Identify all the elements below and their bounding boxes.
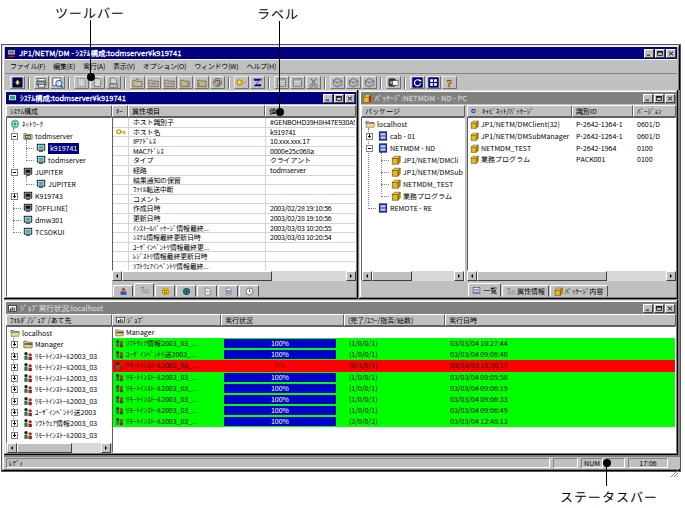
scroll-thumb[interactable] xyxy=(372,271,412,281)
toolbar-button-tb-folder-go2[interactable] xyxy=(194,76,209,89)
toolbar-button-tb-print[interactable] xyxy=(34,76,49,89)
scroll-right-button[interactable] xyxy=(346,271,356,281)
job-row[interactable]: ﾕｰｻﾞｲﾝﾍﾞﾝﾄﾘ送2003_...100%(1/0/0/1)03/03/0… xyxy=(113,349,675,360)
toolbar-button-tb-grid[interactable] xyxy=(426,76,441,89)
system-config-titlebar[interactable]: ｼｽﾃﾑ構成:todmserver¥k919741 xyxy=(6,92,356,104)
attribute-row[interactable]: 更新日時2003/02/28 19:10:56 xyxy=(113,214,355,224)
system-config-tree-item[interactable]: TCSOKUI xyxy=(7,227,111,239)
package-titlebar[interactable]: ﾊﾟｯｹｰｼﾞ:NETMDM - ND - PC xyxy=(361,92,676,104)
scroll-thumb[interactable] xyxy=(17,443,72,453)
tree-expand-plus-box[interactable] xyxy=(11,353,18,360)
tree-expand-plus-box[interactable] xyxy=(11,420,18,427)
system-config-tab-4[interactable] xyxy=(197,285,217,297)
tree-expand-plus-box[interactable] xyxy=(11,386,18,393)
job-row[interactable]: ﾘﾓｰﾄｲﾝｽﾄｰﾙ2003_03_...100%(1/0/0/1)03/03/… xyxy=(113,372,675,383)
main-titlebar[interactable]: JP1/NETM/DM - ｼｽﾃﾑ構成:todmserver¥k919741 xyxy=(5,47,677,59)
toolbar-button-tb-winlist[interactable] xyxy=(274,76,289,89)
package-maximize-button[interactable] xyxy=(654,94,664,103)
scroll-track[interactable] xyxy=(607,271,666,281)
package-tree-item[interactable]: REMOTE - RE xyxy=(362,203,464,215)
package-tab-1[interactable]: 属性情報 xyxy=(502,285,549,297)
tree-expand-plus-box[interactable] xyxy=(11,341,18,348)
job-row[interactable]: Manager xyxy=(113,327,675,338)
scroll-track[interactable] xyxy=(272,271,346,281)
job-status-maximize-button[interactable] xyxy=(654,304,664,313)
tree-expand-plus-box[interactable] xyxy=(11,193,18,200)
system-config-tree-item[interactable]: k919741 xyxy=(7,143,111,155)
tree-expand-minus-box[interactable] xyxy=(366,145,373,152)
attribute-row[interactable]: ﾕｰｻﾞｲﾝﾍﾞﾝﾄﾘ情報最終更... xyxy=(113,243,355,253)
attribute-table-hscrollbar[interactable] xyxy=(112,271,356,281)
toolbar-button-tb-folder-up[interactable] xyxy=(130,76,145,89)
toolbar-button-tb-folder-in2[interactable] xyxy=(162,76,177,89)
toolbar-button-tb-preview[interactable] xyxy=(50,76,65,89)
package-tab-2[interactable]: ﾊﾟｯｹｰｼﾞ内容 xyxy=(550,285,608,297)
attribute-row[interactable]: ﾚｼﾞｽﾄﾘ情報最終更新日時 xyxy=(113,252,355,262)
scroll-right-button[interactable] xyxy=(101,443,111,453)
menu-item-3[interactable]: 表示(V) xyxy=(110,59,138,73)
package-tree-hscrollbar[interactable] xyxy=(362,271,464,281)
attribute-row[interactable]: ｿﾌﾄｳｪｱｲﾝﾍﾞﾝﾄﾘ情報最終... xyxy=(113,262,355,271)
toolbar-button-tb-cube2[interactable] xyxy=(346,76,361,89)
scroll-left-button[interactable] xyxy=(362,271,372,281)
system-config-minimize-button[interactable] xyxy=(323,94,333,103)
toolbar-button-tb-z[interactable] xyxy=(250,76,265,89)
package-tree-item[interactable]: cab - 01 xyxy=(362,131,464,143)
attribute-row[interactable]: 作成日時2003/02/28 19:10:56 xyxy=(113,204,355,214)
scroll-right-button[interactable] xyxy=(454,271,464,281)
main-close-button[interactable] xyxy=(666,49,676,58)
system-config-tab-1[interactable] xyxy=(134,283,154,297)
job-row[interactable]: ﾘﾓｰﾄｲﾝｽﾄｰﾙ2003_03_...100%(2/0/0/2)03/03/… xyxy=(113,416,675,427)
attr-col-1[interactable]: 属性項目 xyxy=(128,105,265,117)
system-config-tree-item[interactable]: K919743 xyxy=(7,191,111,203)
attribute-row[interactable]: ｼｽﾃﾑ情報最終更新日時2003/03/03 10:20:54 xyxy=(113,233,355,243)
job-row[interactable]: ﾘﾓｰﾄｲﾝｽﾄｰﾙ2003_03_...100%(1/0/0/1)03/03/… xyxy=(113,383,675,394)
menu-item-2[interactable]: 実行(A) xyxy=(80,59,108,73)
attribute-row[interactable]: ホスト識別子#GENBOHD39H8H47E930A93HDT$ xyxy=(113,118,355,128)
job-tree-item[interactable]: ﾘﾓｰﾄｲﾝｽﾄｰﾙ2003_03 xyxy=(7,373,111,384)
package-minimize-button[interactable] xyxy=(643,94,653,103)
toolbar-button-tb-docbox[interactable] xyxy=(106,76,121,89)
job-tree-item[interactable]: Manager xyxy=(7,339,111,350)
package-tab-0[interactable]: 一覧 xyxy=(468,283,501,297)
toolbar-button-tb-cube3[interactable] xyxy=(362,76,377,89)
system-config-tree-item[interactable]: JUPITER xyxy=(7,179,111,191)
job-row[interactable]: ﾘﾓｰﾄｲﾝｽﾄｰﾙ2003_03_...0%(0/1/0/1)03/03/03… xyxy=(113,360,675,371)
job-row[interactable]: ﾘﾓｰﾄｲﾝｽﾄｰﾙ2003_03_...100%(1/0/0/1)03/03/… xyxy=(113,405,675,416)
system-config-tree-item[interactable]: dmw301 xyxy=(7,215,111,227)
system-config-tree-item[interactable]: todmserver xyxy=(7,155,111,167)
job-status-titlebar[interactable]: ｼﾞｮﾌﾞ実行状況:localhost xyxy=(6,302,676,314)
menu-item-4[interactable]: オプション(O) xyxy=(140,59,189,73)
system-config-tree-item[interactable]: JUPITER xyxy=(7,167,111,179)
package-row[interactable]: JP1/NETM/DMClient(32)P-2642-1364-10601/D xyxy=(468,119,675,131)
package-tree-item[interactable]: JP1/NETM/DMCli xyxy=(362,155,464,167)
attribute-row[interactable]: 経路todmserver xyxy=(113,166,355,176)
attribute-row[interactable]: ｲﾝｽﾄｰﾙﾊﾟｯｹｰｼﾞ情報最終...2003/03/03 10:20:55 xyxy=(113,224,355,234)
job-tree-item[interactable]: ﾕｰｻﾞｲﾝﾍﾞﾝﾄﾘ送2003 xyxy=(7,407,111,418)
system-config-tab-2[interactable] xyxy=(155,285,175,297)
scroll-left-button[interactable] xyxy=(112,271,122,281)
system-config-tree-item[interactable]: todmserver xyxy=(7,131,111,143)
job-status-close-button[interactable] xyxy=(665,304,675,313)
system-config-tree-item[interactable]: ﾈｯﾄﾜｰｸ xyxy=(7,119,111,131)
job-col-3[interactable]: 実行日時 xyxy=(445,314,676,326)
system-config-tab-6[interactable] xyxy=(239,285,259,297)
menu-item-1[interactable]: 編集(E) xyxy=(50,59,78,73)
job-tree-item[interactable]: ﾘﾓｰﾄｲﾝｽﾄｰﾙ2003_03 xyxy=(7,396,111,407)
job-status-minimize-button[interactable] xyxy=(643,304,653,313)
job-tree-hscrollbar[interactable] xyxy=(7,443,111,453)
toolbar-button-tb-ball[interactable] xyxy=(234,76,249,89)
tree-expand-minus-box[interactable] xyxy=(11,133,18,140)
job-tree-item[interactable]: ﾘﾓｰﾄｲﾝｽﾄｰﾙ2003_03 xyxy=(7,351,111,362)
toolbar-button-tb-folder-rot[interactable] xyxy=(210,76,225,89)
scroll-thumb[interactable] xyxy=(122,271,272,281)
job-col-1[interactable]: 実行状況 xyxy=(221,314,344,326)
scroll-track[interactable] xyxy=(412,271,454,281)
toolbar-button-tb-send[interactable] xyxy=(386,76,401,89)
system-config-close-button[interactable] xyxy=(345,94,355,103)
tree-expand-plus-box[interactable] xyxy=(11,398,18,405)
attribute-row[interactable]: コメント xyxy=(113,195,355,205)
scroll-left-button[interactable] xyxy=(467,271,477,281)
tree-expand-minus-box[interactable] xyxy=(11,169,18,176)
job-tree-item[interactable]: ｿﾌﾄｳｪｱ情報2003_03 xyxy=(7,418,111,429)
